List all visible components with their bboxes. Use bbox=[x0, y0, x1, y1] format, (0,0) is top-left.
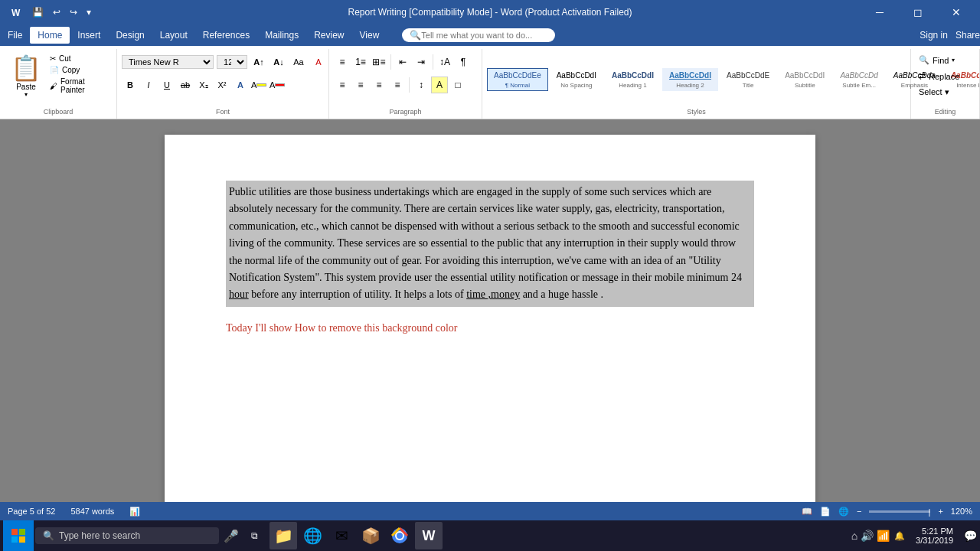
clock-date: 3/31/2019 bbox=[916, 536, 953, 545]
style-heading2[interactable]: AaBbCcDdI Heading 2 bbox=[662, 68, 718, 91]
menu-review[interactable]: Review bbox=[306, 27, 351, 44]
zoom-slider[interactable]: | bbox=[869, 510, 930, 513]
decrease-indent-button[interactable]: ⇤ bbox=[394, 54, 411, 70]
font-color-button[interactable]: A bbox=[269, 77, 286, 93]
view-print-layout[interactable]: 📄 bbox=[820, 507, 831, 517]
find-button[interactable]: 🔍 Find ▾ bbox=[916, 54, 962, 67]
zoom-in[interactable]: + bbox=[938, 507, 942, 516]
paste-arrow[interactable]: ▾ bbox=[24, 91, 28, 98]
notification-button[interactable]: 💬 bbox=[964, 530, 977, 542]
ribbon: 📋 Paste ▾ ✂ Cut 📄 Copy 🖌 Format Painter bbox=[0, 46, 980, 119]
close-button[interactable]: ✕ bbox=[939, 0, 974, 24]
replace-button[interactable]: ⇄ Replace bbox=[916, 70, 962, 83]
undo-button[interactable]: ↩ bbox=[50, 5, 64, 19]
redo-button[interactable]: ↪ bbox=[67, 5, 80, 19]
borders-button[interactable]: □ bbox=[449, 77, 466, 93]
menu-layout[interactable]: Layout bbox=[152, 27, 195, 44]
clear-formatting-button[interactable]: A bbox=[310, 54, 327, 70]
paste-button[interactable]: 📋 Paste ▾ bbox=[5, 51, 47, 101]
menu-mailings[interactable]: Mailings bbox=[257, 27, 306, 44]
svg-rect-4 bbox=[11, 536, 18, 543]
styles-label: Styles bbox=[487, 108, 906, 117]
text-effects-button[interactable]: A bbox=[232, 77, 249, 93]
style-default[interactable]: AaBbCcDdEe ¶ Normal bbox=[487, 68, 548, 91]
superscript-button[interactable]: X² bbox=[214, 77, 230, 93]
share-button[interactable]: Share bbox=[956, 30, 980, 41]
start-button[interactable] bbox=[3, 520, 34, 551]
save-button[interactable]: 💾 bbox=[29, 5, 47, 19]
menu-view[interactable]: View bbox=[352, 27, 387, 44]
menu-insert[interactable]: Insert bbox=[70, 27, 108, 44]
explorer-button[interactable]: 📁 bbox=[270, 522, 297, 549]
main-paragraph[interactable]: Public utilities are those business unde… bbox=[226, 181, 754, 307]
view-web-layout[interactable]: 🌐 bbox=[838, 507, 849, 517]
style-subtle-emph[interactable]: AaBbCcDd Subtle Em... bbox=[833, 68, 884, 91]
align-right-button[interactable]: ≡ bbox=[371, 77, 387, 93]
zoom-out[interactable]: − bbox=[857, 507, 861, 516]
bullets-button[interactable]: ≡ bbox=[334, 54, 351, 70]
font-size-select[interactable]: 12 bbox=[217, 55, 247, 69]
strikethrough-button[interactable]: ab bbox=[177, 77, 194, 93]
increase-indent-button[interactable]: ⇥ bbox=[413, 54, 430, 70]
show-hide-button[interactable]: ¶ bbox=[455, 54, 472, 70]
format-painter-button[interactable]: 🖌 Format Painter bbox=[47, 77, 112, 95]
menu-design[interactable]: Design bbox=[108, 27, 152, 44]
style-subtitle[interactable]: AaBbCcDdI Subtitle bbox=[778, 68, 831, 91]
word-icon[interactable]: W bbox=[6, 4, 26, 21]
menu-file[interactable]: File bbox=[0, 27, 30, 44]
search-input[interactable] bbox=[421, 31, 544, 40]
time-block[interactable]: 5:21 PM 3/31/2019 bbox=[910, 527, 959, 545]
select-button[interactable]: Select ▾ bbox=[916, 86, 962, 99]
numbering-button[interactable]: 1≡ bbox=[352, 54, 369, 70]
sign-in-button[interactable]: Sign in bbox=[912, 27, 956, 44]
font-name-row: Times New R 12 A↑ A↓ Aa A bbox=[122, 54, 327, 70]
customize-quick-access[interactable]: ▾ bbox=[83, 5, 94, 19]
line-spacing-button[interactable]: ↕ bbox=[413, 77, 430, 93]
decrease-font-button[interactable]: A↓ bbox=[270, 54, 287, 70]
status-right: 📖 📄 🌐 − | + 120% bbox=[802, 507, 972, 517]
subscript-button[interactable]: X₂ bbox=[195, 77, 212, 93]
bold-button[interactable]: B bbox=[122, 77, 139, 93]
taskbar-action-center[interactable]: 🔔 bbox=[894, 531, 905, 541]
taskbar: 🔍 Type here to search 🎤 ⧉ 📁 🌐 ✉ 📦 W ⌂ 🔊 … bbox=[0, 520, 980, 551]
menu-references[interactable]: References bbox=[195, 27, 257, 44]
style-no-spacing[interactable]: AaBbCcDdI No Spacing bbox=[550, 68, 603, 91]
highlight-color-button[interactable]: A bbox=[250, 77, 267, 93]
minimize-button[interactable]: ─ bbox=[862, 0, 897, 24]
menu-home[interactable]: Home bbox=[30, 27, 70, 44]
align-center-button[interactable]: ≡ bbox=[352, 77, 369, 93]
paragraph-row1: ≡ 1≡ ⊞≡ ⇤ ⇥ ↕A ¶ bbox=[334, 54, 472, 70]
mail-button[interactable]: ✉ bbox=[328, 522, 355, 549]
appicon1-button[interactable]: 📦 bbox=[357, 522, 384, 549]
italic-button[interactable]: I bbox=[140, 77, 157, 93]
underline-button[interactable]: U bbox=[158, 77, 175, 93]
shading-button[interactable]: A bbox=[431, 77, 448, 93]
justify-button[interactable]: ≡ bbox=[389, 77, 406, 93]
word-taskbar-button[interactable]: W bbox=[415, 522, 443, 549]
taskbar-search[interactable]: 🔍 Type here to search bbox=[35, 527, 219, 544]
copy-button[interactable]: 📄 Copy bbox=[47, 65, 112, 75]
font-name-select[interactable]: Times New R bbox=[122, 55, 214, 69]
restore-button[interactable]: ◻ bbox=[900, 0, 936, 24]
search-box[interactable]: 🔍 bbox=[402, 28, 555, 42]
menu-bar: File Home Insert Design Layout Reference… bbox=[0, 24, 980, 46]
taskview-button[interactable]: ⧉ bbox=[240, 522, 268, 549]
increase-font-button[interactable]: A↑ bbox=[250, 54, 267, 70]
multilevel-list-button[interactable]: ⊞≡ bbox=[371, 54, 387, 70]
colored-paragraph[interactable]: Today I'll show How to remove this backg… bbox=[226, 322, 754, 334]
style-heading1[interactable]: AaBbCcDdI Heading 1 bbox=[605, 68, 661, 91]
document-scroll[interactable]: Public utilities are those business unde… bbox=[0, 119, 980, 502]
align-left-button[interactable]: ≡ bbox=[334, 77, 351, 93]
document-page[interactable]: Public utilities are those business unde… bbox=[165, 135, 815, 502]
taskbar-system-icons[interactable]: ⌂ 🔊 📶 bbox=[851, 530, 890, 542]
taskbar-search-label: Type here to search bbox=[59, 530, 140, 541]
view-read-mode[interactable]: 📖 bbox=[802, 507, 812, 517]
chrome-button[interactable] bbox=[386, 522, 413, 549]
edge-button[interactable]: 🌐 bbox=[299, 522, 326, 549]
replace-label: Replace bbox=[929, 72, 959, 81]
cut-button[interactable]: ✂ Cut bbox=[47, 54, 112, 64]
cortana-mic-icon[interactable]: 🎤 bbox=[224, 529, 239, 543]
sort-button[interactable]: ↕A bbox=[436, 54, 453, 70]
style-title[interactable]: AaBbCcDdE Title bbox=[720, 68, 776, 91]
change-case-button[interactable]: Aa bbox=[290, 54, 307, 70]
